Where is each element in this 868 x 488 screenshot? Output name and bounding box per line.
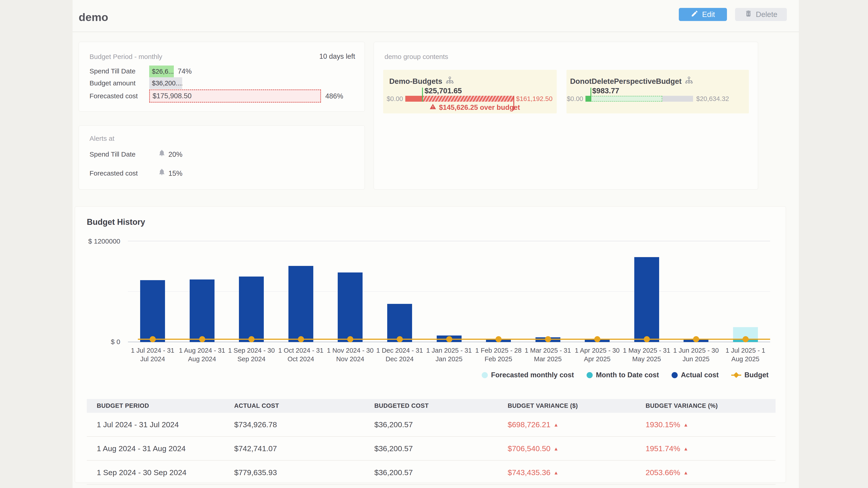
cell-variance-pct: 2053.66%▲ (646, 468, 776, 477)
actual-marker-line (590, 88, 591, 102)
edit-button[interactable]: Edit (679, 8, 727, 21)
cell-actual-cost: $734,926.78 (234, 420, 374, 429)
budget-marker[interactable] (199, 336, 205, 342)
budget-progress-bar-over[interactable] (405, 96, 514, 102)
group-contents-card: demo group contents Demo-Budgets $25,701… (374, 42, 758, 190)
budget-progress-bar-under[interactable] (585, 96, 693, 102)
x-axis-label: 1 Jul 2024 - 31Jul 2024 (128, 346, 178, 363)
header-divider (72, 32, 799, 32)
budget-marker[interactable] (743, 336, 749, 342)
warning-icon (430, 103, 436, 112)
cell-budgeted-cost: $36,200.57 (374, 444, 508, 453)
delete-button[interactable]: Delete (735, 8, 787, 21)
legend-item-forecasted-monthly-cost[interactable]: Forecasted monthly cost (482, 371, 574, 379)
legend-label: Budget (744, 371, 769, 379)
budget-amount-label: Budget amount (90, 79, 135, 87)
alerts-card-title: Alerts at (90, 135, 114, 142)
cell-actual-cost: $779,635.93 (234, 468, 374, 477)
budget-min-label: $0.00 (566, 95, 583, 103)
legend-item-month-to-date-cost[interactable]: Month to Date cost (587, 371, 659, 379)
budget-min-label: $0.00 (384, 95, 403, 103)
budget-marker[interactable] (347, 336, 353, 342)
budget-period-card-title: Budget Period - monthly (90, 53, 162, 61)
x-axis-labels: 1 Jul 2024 - 31Jul 20241 Aug 2024 - 31Au… (128, 346, 770, 363)
bell-icon (158, 149, 166, 157)
cell-budget-period: 1 Sep 2024 - 30 Sep 2024 (87, 468, 234, 477)
page-title: demo (79, 11, 108, 24)
budget-history-table: BUDGET PERIODACTUAL COSTBUDGETED COSTBUD… (87, 399, 776, 485)
table-row: 1 Jul 2024 - 31 Jul 2024$734,926.78$36,2… (87, 413, 776, 437)
budget-link-demo-budgets[interactable]: Demo-Budgets (389, 76, 454, 87)
trash-icon (745, 10, 752, 19)
bell-icon (158, 168, 166, 176)
variance-up-icon: ▲ (554, 470, 559, 476)
over-budget-text: $145,626.25 over budget (439, 103, 520, 111)
legend-label: Month to Date cost (596, 371, 659, 379)
x-axis-label: 1 May 2025 - 31May 2025 (622, 346, 671, 363)
actual-cost-bar[interactable] (634, 257, 659, 342)
days-left-label: 10 days left (319, 53, 355, 61)
alert-forecast-label: Forecasted cost (90, 169, 138, 177)
budget-tile-name: Demo-Budgets (389, 77, 442, 86)
variance-up-icon: ▲ (683, 422, 688, 428)
cell-variance-usd: $706,540.50▲ (508, 444, 646, 453)
budget-marker[interactable] (248, 336, 254, 342)
variance-up-icon: ▲ (683, 470, 688, 476)
actual-cost-bar[interactable] (288, 266, 313, 342)
actual-cost-bar[interactable] (140, 280, 165, 342)
legend-label: Actual cost (681, 371, 719, 379)
bar-forecast-hatched-segment (423, 96, 514, 102)
alert-forecast-value: 15% (168, 169, 182, 177)
x-axis-label: 1 Sep 2024 - 30Sep 2024 (227, 346, 276, 363)
table-row: 1 Aug 2024 - 31 Aug 2024$742,741.07$36,2… (87, 437, 776, 461)
x-axis-label: 1 Mar 2025 - 31Mar 2025 (523, 346, 572, 363)
table-header-cell: BUDGETED COST (374, 402, 508, 410)
budget-marker[interactable] (693, 336, 699, 342)
legend-dot-icon (587, 372, 593, 378)
budget-period-card: Budget Period - monthly 10 days left Spe… (79, 42, 365, 111)
actual-cost-bar[interactable] (338, 272, 363, 342)
budget-marker[interactable] (644, 336, 650, 342)
budget-line (138, 339, 770, 340)
budget-marker[interactable] (545, 336, 551, 342)
budget-marker[interactable] (298, 336, 304, 342)
cell-variance-usd: $698,726.21▲ (508, 420, 646, 429)
table-header-cell: ACTUAL COST (234, 402, 374, 410)
x-axis-label: 1 Apr 2025 - 30Apr 2025 (572, 346, 622, 363)
cell-budgeted-cost: $36,200.57 (374, 468, 508, 477)
forecasted-cost-percent: 486% (325, 92, 343, 100)
table-header-row: BUDGET PERIODACTUAL COSTBUDGETED COSTBUD… (87, 399, 776, 413)
table-row: 1 Sep 2024 - 30 Sep 2024$779,635.93$36,2… (87, 461, 776, 485)
table-header-cell: BUDGET VARIANCE (%) (646, 402, 776, 410)
y-axis-top-label: $ 1200000 (86, 237, 120, 245)
legend-item-budget[interactable]: Budget (731, 371, 769, 379)
actual-cost-bar[interactable] (239, 276, 264, 342)
legend-item-actual-cost[interactable]: Actual cost (672, 371, 719, 379)
bar-actual-segment (585, 96, 591, 102)
hierarchy-icon (445, 76, 454, 87)
hierarchy-icon (685, 76, 693, 87)
x-axis-label: 1 Jun 2025 - 30Jun 2025 (671, 346, 721, 363)
variance-up-icon: ▲ (554, 446, 559, 452)
legend-label: Forecasted monthly cost (491, 371, 574, 379)
budget-marker[interactable] (397, 336, 403, 342)
variance-up-icon: ▲ (554, 422, 559, 428)
legend-dot-icon (672, 372, 678, 378)
budget-history-title: Budget History (87, 217, 145, 227)
spend-till-date-label: Spend Till Date (90, 67, 135, 75)
cell-variance-pct: 1951.74%▲ (646, 444, 776, 453)
edit-button-label: Edit (702, 10, 715, 19)
bar-actual-segment (405, 96, 423, 102)
cell-variance-usd: $743,435.36▲ (508, 468, 646, 477)
budget-marker[interactable] (150, 336, 156, 342)
budget-link-donotdelete[interactable]: DonotDeletePerspectiveBudget (570, 76, 693, 87)
table-header-cell: BUDGET PERIOD (87, 402, 234, 410)
alert-spend-label: Spend Till Date (90, 151, 135, 158)
group-card-title: demo group contents (384, 53, 448, 61)
budget-marker[interactable] (594, 336, 600, 342)
budget-amount-chip: $36,200.... (149, 77, 182, 89)
budget-marker[interactable] (495, 336, 502, 342)
actual-cost-bar[interactable] (190, 280, 215, 342)
spend-till-date-percent: 74% (178, 67, 192, 75)
budget-marker[interactable] (446, 336, 452, 342)
